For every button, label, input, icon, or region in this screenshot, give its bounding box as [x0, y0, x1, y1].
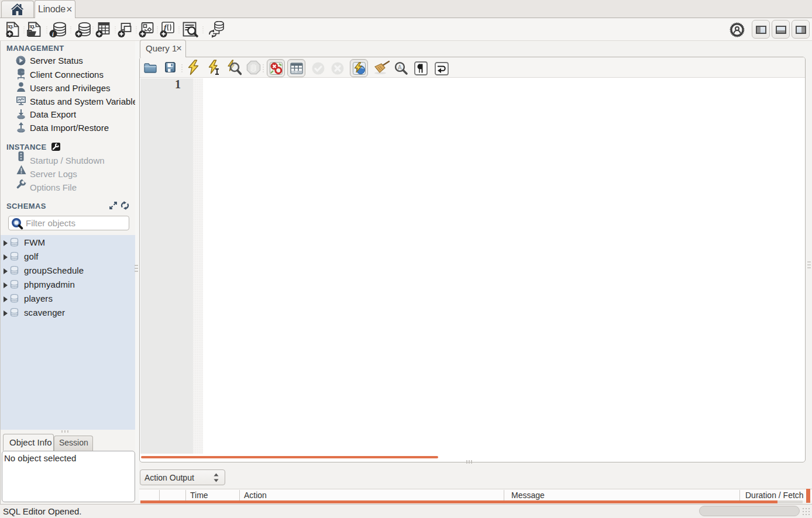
svg-text:A: A — [398, 64, 402, 71]
svg-text:SQL: SQL — [8, 25, 14, 29]
svg-text:SQL: SQL — [29, 25, 36, 29]
svg-text:i: i — [52, 31, 54, 37]
